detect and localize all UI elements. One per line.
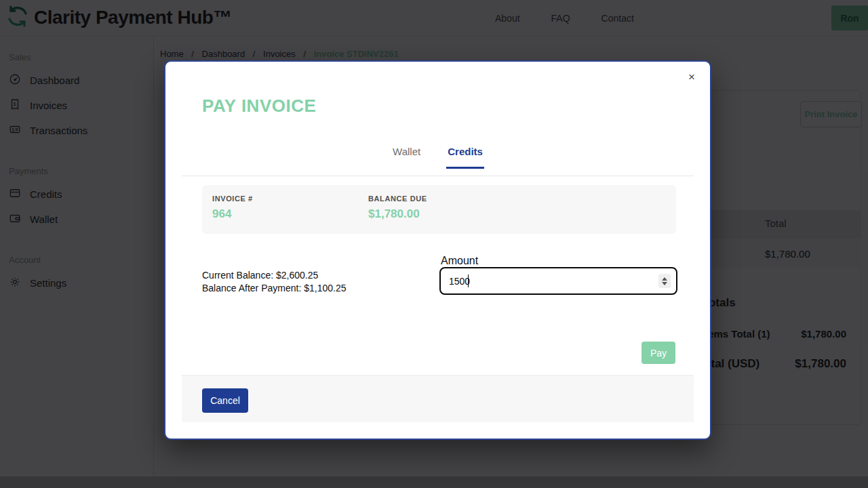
tab-credits[interactable]: Credits bbox=[446, 146, 484, 169]
modal-title: PAY INVOICE bbox=[202, 96, 316, 117]
tabs-divider bbox=[182, 176, 694, 176]
balance-due-label: BALANCE DUE bbox=[368, 195, 427, 203]
page: Clarity Payment Hub™ About FAQ Contact R… bbox=[0, 0, 868, 488]
number-spinner-icon[interactable] bbox=[658, 274, 671, 288]
invoice-summary-box: INVOICE # 964 BALANCE DUE $1,780.00 bbox=[202, 185, 676, 234]
pay-button[interactable]: Pay bbox=[642, 342, 675, 364]
invoice-number-value: 964 bbox=[212, 207, 253, 221]
pay-invoice-modal: × PAY INVOICE Wallet Credits INVOICE # 9… bbox=[164, 60, 711, 440]
credit-balance-info: Current Balance: $2,600.25 Balance After… bbox=[202, 269, 346, 295]
amount-label: Amount bbox=[441, 255, 478, 267]
modal-footer: Cancel bbox=[182, 375, 694, 422]
payment-method-tabs: Wallet Credits bbox=[165, 146, 710, 169]
balance-due-value: $1,780.00 bbox=[368, 207, 427, 221]
text-cursor bbox=[468, 274, 469, 287]
close-icon[interactable]: × bbox=[688, 71, 695, 83]
tab-wallet[interactable]: Wallet bbox=[391, 146, 422, 169]
cancel-button[interactable]: Cancel bbox=[202, 388, 248, 413]
invoice-number-label: INVOICE # bbox=[212, 195, 253, 203]
current-balance-text: Current Balance: $2,600.25 bbox=[202, 269, 346, 282]
amount-input[interactable] bbox=[439, 267, 677, 295]
amount-field-wrap bbox=[439, 267, 677, 295]
balance-after-payment-text: Balance After Payment: $1,100.25 bbox=[202, 282, 346, 295]
